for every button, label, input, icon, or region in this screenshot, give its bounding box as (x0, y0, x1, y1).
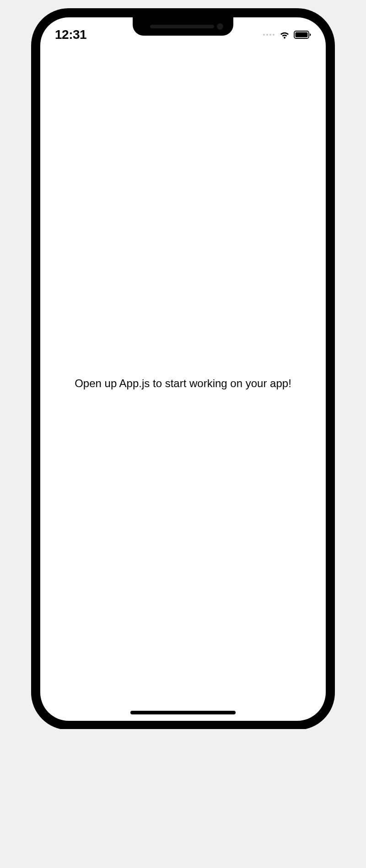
battery-icon (294, 31, 312, 39)
device-notch (133, 17, 233, 36)
cellular-icon (263, 34, 274, 36)
welcome-message: Open up App.js to start working on your … (75, 377, 291, 390)
device-screen: 12:31 (40, 17, 326, 721)
status-indicators (263, 31, 312, 39)
home-indicator[interactable] (130, 711, 236, 714)
notch-speaker (150, 25, 214, 28)
svg-rect-1 (296, 32, 308, 37)
app-content: Open up App.js to start working on your … (40, 48, 326, 721)
status-time: 12:31 (55, 27, 86, 42)
wifi-icon (279, 31, 290, 39)
device-frame: 12:31 (32, 9, 334, 729)
notch-camera (217, 23, 223, 30)
